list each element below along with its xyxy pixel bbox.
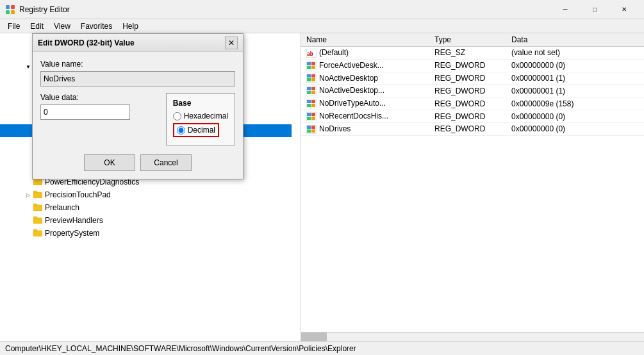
reg-name: NoRecentDocsHis... [319,111,388,120]
dialog-title-bar: Edit DWORD (32-bit) Value ✕ [33,34,243,52]
reg-name: NoActiveDesktop [319,74,378,83]
hexadecimal-radio[interactable] [173,112,181,120]
svg-rect-67 [307,129,311,133]
table-row[interactable]: NoDrivesREG_DWORD0x00000000 (0) [301,122,644,135]
col-name[interactable]: Name [301,33,429,47]
svg-rect-48 [311,78,315,81]
svg-rect-63 [311,117,315,120]
svg-rect-46 [311,74,315,78]
svg-rect-27 [33,179,42,185]
right-pane: Name Type Data ab(Default)REG_SZ(value n… [301,33,644,341]
close-button[interactable]: ✕ [609,0,639,19]
col-data[interactable]: Data [506,33,644,47]
folder-icon [33,203,42,211]
svg-rect-43 [311,66,315,69]
reg-name: NoActiveDesktop... [319,86,384,95]
horiz-scrollbar[interactable] [301,332,644,341]
menu-help[interactable]: Help [117,21,144,32]
reg-name: NoDriveTypeAuto... [319,99,386,108]
menu-bar: File Edit View Favorites Help [0,19,644,33]
svg-rect-55 [307,100,311,103]
svg-rect-50 [307,87,311,90]
title-bar-left: Registry Editor [5,4,70,15]
reg-name: NoDrives [319,124,351,133]
svg-rect-3 [11,10,15,14]
main-area: ▷ NcdAutoSetup ▷ [0,33,644,341]
svg-rect-56 [311,100,315,103]
reg-type-cell: REG_SZ [429,47,506,60]
reg-type-cell: REG_DWORD [429,97,506,110]
menu-edit[interactable]: Edit [25,21,49,32]
svg-rect-51 [311,87,315,90]
app-title: Registry Editor [19,5,70,14]
tree-item-previewhandlers[interactable]: ▷ PreviewHandlers [0,214,292,227]
tree-item-prelaunch[interactable]: ▷ Prelaunch [0,201,292,214]
decimal-radio[interactable] [177,126,185,135]
table-row[interactable]: NoActiveDesktop...REG_DWORD0x00000001 (1… [301,85,644,97]
svg-rect-53 [311,91,315,94]
folder-icon [33,229,42,236]
svg-rect-32 [33,204,37,206]
svg-rect-57 [307,104,311,107]
menu-file[interactable]: File [3,21,25,32]
edit-dword-dialog: Edit DWORD (32-bit) Value ✕ Value name: … [32,33,244,179]
dialog-buttons: OK Cancel [40,154,235,171]
minimize-button[interactable]: ─ [550,0,580,19]
svg-rect-31 [33,205,42,211]
value-data-section: Value data: [40,93,156,120]
folder-icon [33,190,42,198]
value-data-label: Value data: [40,93,156,102]
table-row[interactable]: NoDriveTypeAuto...REG_DWORD0x0000009e (1… [301,97,644,110]
tree-item-propertysystem[interactable]: ▷ PropertySystem [0,227,292,240]
title-bar-controls: ─ □ ✕ [550,0,639,19]
svg-rect-40 [307,62,311,65]
svg-rect-61 [311,113,315,116]
reg-name-cell: NoDrives [301,122,429,135]
hex-label[interactable]: Hexadecimal [184,111,228,120]
status-bar: Computer\HKEY_LOCAL_MACHINE\SOFTWARE\Mic… [0,341,644,355]
reg-type-cell: REG_DWORD [429,59,506,72]
value-name-input[interactable] [40,71,235,87]
svg-rect-33 [33,218,42,224]
table-row[interactable]: NoActiveDesktopREG_DWORD0x00000001 (1) [301,72,644,85]
svg-rect-35 [33,231,42,236]
menu-favorites[interactable]: Favorites [76,21,117,32]
menu-view[interactable]: View [49,21,76,32]
tree-item-label: PreviewHandlers [45,216,103,225]
value-data-input[interactable] [40,104,130,120]
dec-label[interactable]: Decimal [188,126,215,135]
svg-rect-58 [311,104,315,107]
tree-item-precisiontouchpad[interactable]: ▷ PrecisionTouchPad [0,188,292,201]
table-row[interactable]: ab(Default)REG_SZ(value not set) [301,47,644,60]
base-section: Base Hexadecimal Decimal [166,93,235,145]
svg-rect-30 [33,191,37,193]
reg-type-cell: REG_DWORD [429,122,506,135]
table-row[interactable]: NoRecentDocsHis...REG_DWORD0x00000000 (0… [301,110,644,123]
col-type[interactable]: Type [429,33,506,47]
svg-rect-1 [11,5,15,9]
cancel-button[interactable]: Cancel [140,154,192,171]
svg-rect-29 [33,192,42,198]
tree-item-label: PrecisionTouchPad [45,190,111,199]
reg-data-cell: 0x00000000 (0) [506,59,644,72]
dialog-close-button[interactable]: ✕ [225,37,238,49]
registry-table-wrapper: Name Type Data ab(Default)REG_SZ(value n… [301,33,644,341]
registry-table: Name Type Data ab(Default)REG_SZ(value n… [301,33,644,136]
decimal-radio-row: Decimal [173,123,219,137]
tree-item-label: Prelaunch [45,203,79,212]
reg-name-cell: NoActiveDesktop... [301,85,429,97]
reg-data-cell: 0x00000001 (1) [506,72,644,85]
svg-rect-42 [307,66,311,69]
table-row[interactable]: ForceActiveDesk...REG_DWORD0x00000000 (0… [301,59,644,72]
ok-button[interactable]: OK [84,154,135,171]
svg-rect-34 [33,217,37,219]
svg-rect-68 [311,129,315,133]
title-bar: Registry Editor ─ □ ✕ [0,0,644,19]
svg-rect-62 [307,117,311,120]
reg-name-cell: NoRecentDocsHis... [301,110,429,123]
maximize-button[interactable]: □ [580,0,609,19]
value-name-label: Value name: [40,60,235,69]
svg-text:ab: ab [307,51,313,57]
svg-rect-66 [311,126,315,129]
hex-radio-row: Hexadecimal [173,111,228,120]
